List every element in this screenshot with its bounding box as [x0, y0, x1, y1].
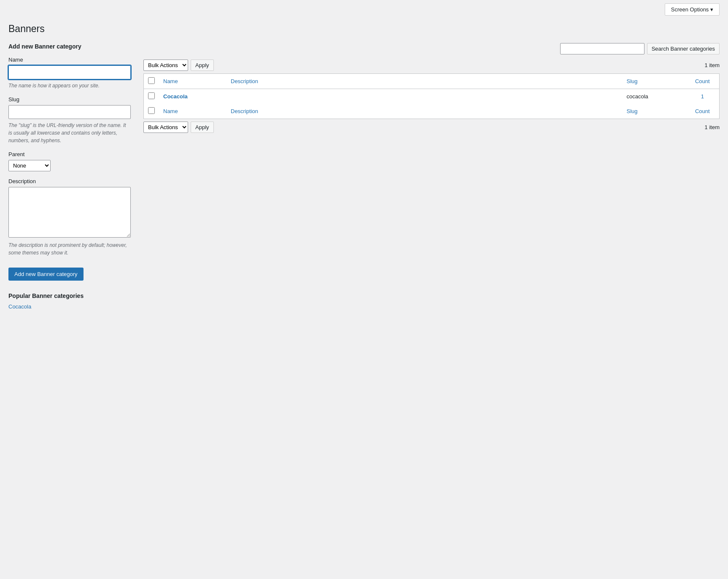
add-category-form: Add new Banner category Name The name is…	[8, 43, 131, 310]
search-button[interactable]: Search Banner categories	[647, 43, 720, 54]
row-checkbox-cell	[144, 89, 159, 104]
name-field-group: Name The name is how it appears on your …	[8, 57, 131, 89]
description-hint: The description is not prominent by defa…	[8, 241, 131, 257]
bottom-bulk-actions-left: Bulk Actions Apply	[143, 122, 214, 133]
categories-table: Name Description Slug Count Cocacola	[143, 73, 720, 119]
search-input[interactable]	[560, 43, 644, 54]
header-count[interactable]: Count	[686, 74, 720, 89]
bottom-item-count: 1 item	[705, 124, 720, 130]
select-all-checkbox[interactable]	[148, 77, 155, 84]
row-slug-cell: cocacola	[623, 89, 686, 104]
bottom-bulk-actions-select[interactable]: Bulk Actions	[143, 122, 188, 133]
footer-select-all-checkbox[interactable]	[148, 107, 155, 114]
form-title: Add new Banner category	[8, 43, 131, 50]
footer-name[interactable]: Name	[159, 104, 226, 119]
footer-checkbox-cell	[144, 104, 159, 119]
popular-category-link[interactable]: Cocacola	[8, 303, 31, 310]
top-table-actions: Bulk Actions Apply 1 item	[143, 60, 720, 71]
name-input[interactable]	[8, 65, 131, 79]
table-footer-row: Name Description Slug Count	[144, 104, 720, 119]
top-item-count: 1 item	[705, 62, 720, 68]
description-field-group: Description The description is not promi…	[8, 178, 131, 257]
popular-categories-section: Popular Banner categories Cocacola	[8, 292, 131, 310]
description-label: Description	[8, 178, 131, 184]
search-row: Search Banner categories	[143, 43, 720, 54]
bottom-table-actions: Bulk Actions Apply 1 item	[143, 122, 720, 133]
footer-count[interactable]: Count	[686, 104, 720, 119]
row-checkbox[interactable]	[148, 92, 155, 99]
screen-options-button[interactable]: Screen Options	[665, 3, 720, 16]
row-count-cell: 1	[686, 89, 720, 104]
top-apply-button[interactable]: Apply	[191, 60, 214, 71]
slug-hint: The "slug" is the URL-friendly version o…	[8, 122, 131, 144]
name-hint: The name is how it appears on your site.	[8, 82, 131, 89]
description-textarea[interactable]	[8, 187, 131, 238]
add-category-button[interactable]: Add new Banner category	[8, 268, 84, 281]
popular-categories-title: Popular Banner categories	[8, 292, 131, 299]
parent-field-group: Parent None	[8, 151, 131, 171]
parent-label: Parent	[8, 151, 131, 157]
bottom-apply-button[interactable]: Apply	[191, 122, 214, 133]
row-name-cell: Cocacola	[159, 89, 226, 104]
table-header-row: Name Description Slug Count	[144, 74, 720, 89]
footer-description[interactable]: Description	[226, 104, 623, 119]
table-row: Cocacola cocacola 1	[144, 89, 720, 104]
slug-field-group: Slug The "slug" is the URL-friendly vers…	[8, 96, 131, 144]
header-slug[interactable]: Slug	[623, 74, 686, 89]
parent-select[interactable]: None	[8, 160, 51, 171]
page-title: Banners	[8, 23, 720, 35]
header-description[interactable]: Description	[226, 74, 623, 89]
row-count-link[interactable]: 1	[701, 93, 704, 100]
top-bulk-actions-select[interactable]: Bulk Actions	[143, 60, 188, 71]
header-checkbox-cell	[144, 74, 159, 89]
slug-input[interactable]	[8, 105, 131, 119]
top-bulk-actions-left: Bulk Actions Apply	[143, 60, 214, 71]
row-description-cell	[226, 89, 623, 104]
header-name[interactable]: Name	[159, 74, 226, 89]
categories-table-section: Search Banner categories Bulk Actions Ap…	[143, 43, 720, 133]
slug-label: Slug	[8, 96, 131, 103]
row-name-link[interactable]: Cocacola	[163, 93, 188, 100]
name-label: Name	[8, 57, 131, 63]
footer-slug[interactable]: Slug	[623, 104, 686, 119]
